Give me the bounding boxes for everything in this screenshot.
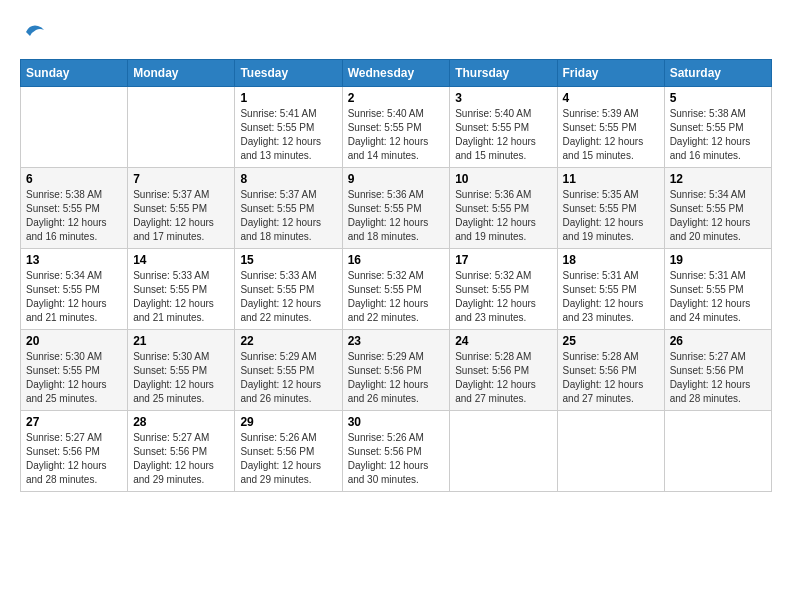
day-number: 6 <box>26 172 122 186</box>
day-info: Sunrise: 5:37 AM Sunset: 5:55 PM Dayligh… <box>133 188 229 244</box>
calendar-cell: 3Sunrise: 5:40 AM Sunset: 5:55 PM Daylig… <box>450 86 557 167</box>
day-number: 24 <box>455 334 551 348</box>
calendar-cell <box>557 410 664 491</box>
day-info: Sunrise: 5:31 AM Sunset: 5:55 PM Dayligh… <box>563 269 659 325</box>
calendar-cell <box>21 86 128 167</box>
calendar-cell: 12Sunrise: 5:34 AM Sunset: 5:55 PM Dayli… <box>664 167 771 248</box>
day-number: 18 <box>563 253 659 267</box>
calendar-cell: 2Sunrise: 5:40 AM Sunset: 5:55 PM Daylig… <box>342 86 450 167</box>
calendar-cell: 22Sunrise: 5:29 AM Sunset: 5:55 PM Dayli… <box>235 329 342 410</box>
weekday-header-thursday: Thursday <box>450 59 557 86</box>
calendar-week-2: 6Sunrise: 5:38 AM Sunset: 5:55 PM Daylig… <box>21 167 772 248</box>
day-info: Sunrise: 5:39 AM Sunset: 5:55 PM Dayligh… <box>563 107 659 163</box>
weekday-header-tuesday: Tuesday <box>235 59 342 86</box>
header <box>20 20 772 49</box>
calendar-week-3: 13Sunrise: 5:34 AM Sunset: 5:55 PM Dayli… <box>21 248 772 329</box>
calendar-cell: 20Sunrise: 5:30 AM Sunset: 5:55 PM Dayli… <box>21 329 128 410</box>
day-number: 11 <box>563 172 659 186</box>
calendar-cell: 19Sunrise: 5:31 AM Sunset: 5:55 PM Dayli… <box>664 248 771 329</box>
day-number: 27 <box>26 415 122 429</box>
day-info: Sunrise: 5:28 AM Sunset: 5:56 PM Dayligh… <box>455 350 551 406</box>
day-number: 22 <box>240 334 336 348</box>
weekday-header-sunday: Sunday <box>21 59 128 86</box>
day-info: Sunrise: 5:35 AM Sunset: 5:55 PM Dayligh… <box>563 188 659 244</box>
calendar-cell: 5Sunrise: 5:38 AM Sunset: 5:55 PM Daylig… <box>664 86 771 167</box>
logo-bird-icon <box>22 20 46 44</box>
calendar-week-1: 1Sunrise: 5:41 AM Sunset: 5:55 PM Daylig… <box>21 86 772 167</box>
calendar-cell: 9Sunrise: 5:36 AM Sunset: 5:55 PM Daylig… <box>342 167 450 248</box>
weekday-header-friday: Friday <box>557 59 664 86</box>
day-number: 29 <box>240 415 336 429</box>
calendar-cell: 10Sunrise: 5:36 AM Sunset: 5:55 PM Dayli… <box>450 167 557 248</box>
calendar-cell: 1Sunrise: 5:41 AM Sunset: 5:55 PM Daylig… <box>235 86 342 167</box>
calendar-cell: 8Sunrise: 5:37 AM Sunset: 5:55 PM Daylig… <box>235 167 342 248</box>
day-number: 25 <box>563 334 659 348</box>
day-number: 20 <box>26 334 122 348</box>
day-info: Sunrise: 5:40 AM Sunset: 5:55 PM Dayligh… <box>348 107 445 163</box>
calendar-table: SundayMondayTuesdayWednesdayThursdayFrid… <box>20 59 772 492</box>
day-info: Sunrise: 5:36 AM Sunset: 5:55 PM Dayligh… <box>455 188 551 244</box>
calendar-cell <box>664 410 771 491</box>
day-info: Sunrise: 5:34 AM Sunset: 5:55 PM Dayligh… <box>670 188 766 244</box>
day-number: 19 <box>670 253 766 267</box>
calendar-cell: 4Sunrise: 5:39 AM Sunset: 5:55 PM Daylig… <box>557 86 664 167</box>
weekday-header-saturday: Saturday <box>664 59 771 86</box>
weekday-header-row: SundayMondayTuesdayWednesdayThursdayFrid… <box>21 59 772 86</box>
day-info: Sunrise: 5:38 AM Sunset: 5:55 PM Dayligh… <box>670 107 766 163</box>
calendar-cell <box>450 410 557 491</box>
calendar-cell: 28Sunrise: 5:27 AM Sunset: 5:56 PM Dayli… <box>128 410 235 491</box>
day-number: 13 <box>26 253 122 267</box>
day-number: 12 <box>670 172 766 186</box>
calendar-cell: 15Sunrise: 5:33 AM Sunset: 5:55 PM Dayli… <box>235 248 342 329</box>
logo <box>20 20 46 49</box>
calendar-cell: 21Sunrise: 5:30 AM Sunset: 5:55 PM Dayli… <box>128 329 235 410</box>
calendar-cell: 7Sunrise: 5:37 AM Sunset: 5:55 PM Daylig… <box>128 167 235 248</box>
calendar-cell: 6Sunrise: 5:38 AM Sunset: 5:55 PM Daylig… <box>21 167 128 248</box>
calendar-week-4: 20Sunrise: 5:30 AM Sunset: 5:55 PM Dayli… <box>21 329 772 410</box>
day-number: 17 <box>455 253 551 267</box>
day-number: 7 <box>133 172 229 186</box>
calendar-week-5: 27Sunrise: 5:27 AM Sunset: 5:56 PM Dayli… <box>21 410 772 491</box>
day-info: Sunrise: 5:26 AM Sunset: 5:56 PM Dayligh… <box>240 431 336 487</box>
day-number: 15 <box>240 253 336 267</box>
calendar-cell: 23Sunrise: 5:29 AM Sunset: 5:56 PM Dayli… <box>342 329 450 410</box>
calendar-cell <box>128 86 235 167</box>
day-number: 8 <box>240 172 336 186</box>
day-number: 5 <box>670 91 766 105</box>
calendar-header: SundayMondayTuesdayWednesdayThursdayFrid… <box>21 59 772 86</box>
day-info: Sunrise: 5:31 AM Sunset: 5:55 PM Dayligh… <box>670 269 766 325</box>
calendar-cell: 27Sunrise: 5:27 AM Sunset: 5:56 PM Dayli… <box>21 410 128 491</box>
day-info: Sunrise: 5:26 AM Sunset: 5:56 PM Dayligh… <box>348 431 445 487</box>
day-info: Sunrise: 5:38 AM Sunset: 5:55 PM Dayligh… <box>26 188 122 244</box>
weekday-header-monday: Monday <box>128 59 235 86</box>
day-info: Sunrise: 5:29 AM Sunset: 5:56 PM Dayligh… <box>348 350 445 406</box>
day-number: 23 <box>348 334 445 348</box>
calendar-cell: 11Sunrise: 5:35 AM Sunset: 5:55 PM Dayli… <box>557 167 664 248</box>
day-number: 1 <box>240 91 336 105</box>
day-info: Sunrise: 5:27 AM Sunset: 5:56 PM Dayligh… <box>133 431 229 487</box>
day-number: 28 <box>133 415 229 429</box>
day-info: Sunrise: 5:30 AM Sunset: 5:55 PM Dayligh… <box>26 350 122 406</box>
day-info: Sunrise: 5:33 AM Sunset: 5:55 PM Dayligh… <box>240 269 336 325</box>
calendar-cell: 30Sunrise: 5:26 AM Sunset: 5:56 PM Dayli… <box>342 410 450 491</box>
day-info: Sunrise: 5:32 AM Sunset: 5:55 PM Dayligh… <box>455 269 551 325</box>
logo-text <box>20 20 46 49</box>
day-info: Sunrise: 5:27 AM Sunset: 5:56 PM Dayligh… <box>670 350 766 406</box>
calendar-cell: 24Sunrise: 5:28 AM Sunset: 5:56 PM Dayli… <box>450 329 557 410</box>
day-info: Sunrise: 5:29 AM Sunset: 5:55 PM Dayligh… <box>240 350 336 406</box>
day-number: 30 <box>348 415 445 429</box>
day-info: Sunrise: 5:41 AM Sunset: 5:55 PM Dayligh… <box>240 107 336 163</box>
calendar-cell: 18Sunrise: 5:31 AM Sunset: 5:55 PM Dayli… <box>557 248 664 329</box>
day-info: Sunrise: 5:32 AM Sunset: 5:55 PM Dayligh… <box>348 269 445 325</box>
day-number: 21 <box>133 334 229 348</box>
day-number: 14 <box>133 253 229 267</box>
calendar-cell: 26Sunrise: 5:27 AM Sunset: 5:56 PM Dayli… <box>664 329 771 410</box>
day-info: Sunrise: 5:37 AM Sunset: 5:55 PM Dayligh… <box>240 188 336 244</box>
day-info: Sunrise: 5:40 AM Sunset: 5:55 PM Dayligh… <box>455 107 551 163</box>
calendar-cell: 14Sunrise: 5:33 AM Sunset: 5:55 PM Dayli… <box>128 248 235 329</box>
calendar-cell: 25Sunrise: 5:28 AM Sunset: 5:56 PM Dayli… <box>557 329 664 410</box>
day-info: Sunrise: 5:36 AM Sunset: 5:55 PM Dayligh… <box>348 188 445 244</box>
day-info: Sunrise: 5:30 AM Sunset: 5:55 PM Dayligh… <box>133 350 229 406</box>
calendar-body: 1Sunrise: 5:41 AM Sunset: 5:55 PM Daylig… <box>21 86 772 491</box>
day-number: 26 <box>670 334 766 348</box>
